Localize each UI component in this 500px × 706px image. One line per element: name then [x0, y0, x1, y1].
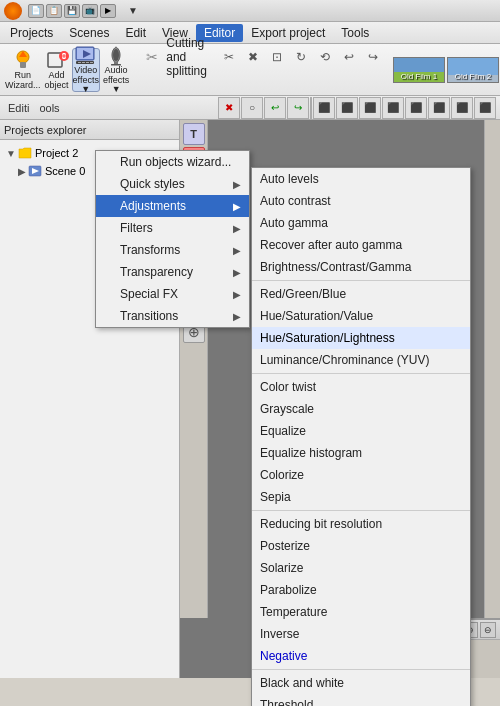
crop-icon[interactable]: ⊡	[267, 47, 287, 67]
app-logo	[4, 2, 22, 20]
adj-rgb[interactable]: Red/Green/Blue	[252, 283, 470, 305]
ve-quick-styles-arrow: ▶	[233, 179, 241, 190]
adj-sep-3	[252, 510, 470, 511]
ve-adjustments[interactable]: Adjustments ▶ Auto levels Auto contrast …	[96, 195, 249, 217]
old-film-1-thumb[interactable]: Old Film 1	[393, 57, 445, 83]
svg-rect-13	[82, 62, 85, 63]
dropdown-arrow[interactable]: ▼	[128, 5, 138, 16]
menu-export[interactable]: Export project	[243, 24, 333, 42]
ve-filters[interactable]: Filters ▶	[96, 217, 249, 239]
adj-threshold[interactable]: Threshold	[252, 694, 470, 706]
cutting-icons: ✂ ✖ ⊡ ↻ ⟲ ↩ ↪	[219, 47, 383, 67]
audio-effects-icon	[104, 44, 128, 66]
adj-sepia[interactable]: Sepia	[252, 486, 470, 508]
video-effects-button[interactable]: Videoeffects ▼	[72, 48, 100, 92]
circle-icon[interactable]: ○	[241, 97, 263, 119]
ve-transparency-arrow: ▶	[233, 267, 241, 278]
adj-posterize[interactable]: Posterize	[252, 535, 470, 557]
arrange-icon2[interactable]: ⬛	[474, 97, 496, 119]
main-toolbar: RunWizard... Addobject	[0, 44, 500, 96]
add-object-icon	[45, 49, 69, 71]
save-icon[interactable]: 💾	[64, 4, 80, 18]
undo-icon[interactable]: ↩	[264, 97, 286, 119]
cut-icon[interactable]: ✂	[219, 47, 239, 67]
adj-hue-sat-light[interactable]: Hue/Saturation/Lightness	[252, 327, 470, 349]
align-icon3[interactable]: ⬛	[428, 97, 450, 119]
project-folder-icon	[18, 146, 32, 160]
adj-color-twist[interactable]: Color twist	[252, 376, 470, 398]
adj-auto-contrast[interactable]: Auto contrast	[252, 190, 470, 212]
adj-black-white[interactable]: Black and white	[252, 672, 470, 694]
redo-icon[interactable]: ↪	[287, 97, 309, 119]
select-all-icon[interactable]: ⬛	[313, 97, 335, 119]
adj-temperature[interactable]: Temperature	[252, 601, 470, 623]
adj-inverse[interactable]: Inverse	[252, 623, 470, 645]
adj-solarize[interactable]: Solarize	[252, 557, 470, 579]
adj-luminance[interactable]: Luminance/Chrominance (YUV)	[252, 349, 470, 371]
timeline-zoom-minus-btn[interactable]: ⊖	[480, 622, 496, 638]
undo-cut-icon[interactable]: ↩	[339, 47, 359, 67]
new-file-icon[interactable]: 📄	[28, 4, 44, 18]
adj-sep-2	[252, 373, 470, 374]
video-effects-menu: Run objects wizard... Quick styles ▶ Adj…	[95, 150, 250, 328]
title-bar-icons[interactable]: 📄 📋 💾 📺 ▶	[28, 4, 116, 18]
select-icon2[interactable]: ⬛	[336, 97, 358, 119]
arrange-icon[interactable]: ⬛	[451, 97, 473, 119]
text-tool-btn[interactable]: T	[183, 123, 205, 145]
ve-run-objects-wizard[interactable]: Run objects wizard...	[96, 151, 249, 173]
secondary-editi-label: Editi	[4, 102, 33, 114]
align-icon2[interactable]: ⬛	[405, 97, 427, 119]
adj-colorize[interactable]: Colorize	[252, 464, 470, 486]
adj-brightness[interactable]: Brightness/Contrast/Gamma	[252, 256, 470, 278]
ve-transitions[interactable]: Transitions ▶	[96, 305, 249, 327]
adj-auto-levels[interactable]: Auto levels	[252, 168, 470, 190]
secondary-tools-label: ools	[39, 102, 59, 114]
menu-projects[interactable]: Projects	[2, 24, 61, 42]
remove-icon[interactable]: ✖	[243, 47, 263, 67]
adj-hue-sat-val[interactable]: Hue/Saturation/Value	[252, 305, 470, 327]
wizard-icon	[11, 49, 35, 71]
adj-negative[interactable]: Negative	[252, 645, 470, 667]
old-film-2-label: Old Film 2	[455, 72, 491, 81]
add-object-label: Addobject	[45, 71, 69, 91]
adj-grayscale[interactable]: Grayscale	[252, 398, 470, 420]
ve-transitions-arrow: ▶	[233, 311, 241, 322]
export-icon[interactable]: 📺	[82, 4, 98, 18]
adj-auto-gamma[interactable]: Auto gamma	[252, 212, 470, 234]
add-object-button[interactable]: Addobject	[44, 48, 70, 92]
redo-cut-icon[interactable]: ↪	[363, 47, 383, 67]
adj-equalize-histogram[interactable]: Equalize histogram	[252, 442, 470, 464]
ve-adjustments-arrow: ▶	[233, 201, 241, 212]
scissors-icon: ✂	[146, 49, 158, 65]
ve-quick-styles[interactable]: Quick styles ▶	[96, 173, 249, 195]
rotate-icon[interactable]: ↻	[291, 47, 311, 67]
adj-parabolize[interactable]: Parabolize	[252, 579, 470, 601]
run-wizard-label: RunWizard...	[5, 71, 41, 91]
old-film-2-thumb[interactable]: Old Film 2	[447, 57, 499, 83]
ve-transforms[interactable]: Transforms ▶	[96, 239, 249, 261]
play-icon[interactable]: ▶	[100, 4, 116, 18]
adj-equalize[interactable]: Equalize	[252, 420, 470, 442]
run-wizard-button[interactable]: RunWizard...	[4, 48, 42, 92]
divider-icon	[310, 97, 312, 119]
align-icon[interactable]: ⬛	[382, 97, 404, 119]
audio-effects-button[interactable]: Audioeffects ▼	[102, 48, 130, 92]
counter-icon[interactable]: ⟲	[315, 47, 335, 67]
svg-rect-7	[62, 55, 66, 56]
open-icon[interactable]: 📋	[46, 4, 62, 18]
ve-special-fx-arrow: ▶	[233, 289, 241, 300]
adj-reduce-bit[interactable]: Reducing bit resolution	[252, 513, 470, 535]
preview-thumbnails: Old Film 1 Old Film 2	[393, 57, 499, 83]
ve-special-fx[interactable]: Special FX ▶	[96, 283, 249, 305]
ve-filters-arrow: ▶	[233, 223, 241, 234]
cutting-bar: ✂ Cutting and splitting ✂ ✖ ⊡ ↻ ⟲ ↩ ↪	[138, 44, 391, 70]
menu-tools[interactable]: Tools	[333, 24, 377, 42]
menu-scenes[interactable]: Scenes	[61, 24, 117, 42]
delete-icon[interactable]: ✖	[218, 97, 240, 119]
select-icon3[interactable]: ⬛	[359, 97, 381, 119]
old-film-1-label: Old Film 1	[401, 72, 437, 81]
menu-edit[interactable]: Edit	[117, 24, 154, 42]
ve-transparency[interactable]: Transparency ▶	[96, 261, 249, 283]
right-scrollbar[interactable]	[484, 120, 500, 618]
adj-recover-auto-gamma[interactable]: Recover after auto gamma	[252, 234, 470, 256]
